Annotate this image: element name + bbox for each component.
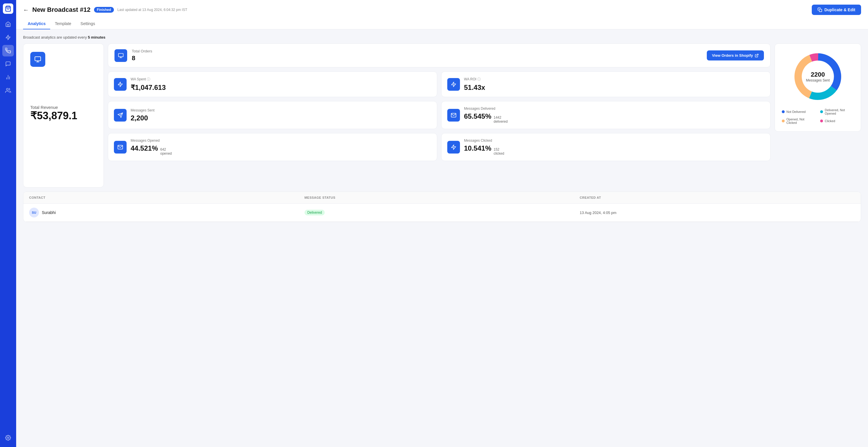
legend-label-delivered-not-opened: Delivered, Not Opened bbox=[825, 108, 854, 115]
svg-marker-19 bbox=[452, 145, 456, 149]
content-area: Broadcast analytics are updated every 5 … bbox=[16, 29, 868, 447]
status-cell: Delivered bbox=[305, 210, 580, 215]
messages-delivered-icon bbox=[447, 109, 460, 122]
duplicate-edit-button[interactable]: Duplicate & Edit bbox=[812, 5, 861, 15]
wa-roi-icon bbox=[447, 78, 460, 91]
legend-label-clicked: Clicked bbox=[825, 119, 835, 123]
svg-point-6 bbox=[7, 437, 9, 439]
wa-spent-info-icon[interactable]: ⓘ bbox=[147, 77, 150, 81]
status-badge: Finished bbox=[94, 7, 114, 13]
revenue-icon bbox=[30, 52, 45, 67]
donut-center-label: Messages Sent bbox=[806, 78, 830, 82]
revenue-label: Total Revenue bbox=[30, 105, 77, 110]
table-row: SU Surabhi Delivered 13 Aug 2024, 4:05 p… bbox=[23, 204, 861, 222]
legend-dot-opened-not-clicked bbox=[782, 119, 785, 123]
sidebar-item-settings[interactable] bbox=[2, 432, 14, 444]
status-badge-delivered: Delivered bbox=[305, 210, 325, 215]
table-header: Contact MESSAGE STATUS CREATED AT bbox=[23, 192, 861, 204]
messages-sent-icon bbox=[114, 109, 127, 122]
sidebar bbox=[0, 0, 16, 447]
tabs-bar: Analytics Template Settings bbox=[23, 19, 861, 29]
messages-clicked-card: Messages Clicked 10.541% 152 clicked bbox=[441, 133, 771, 161]
svg-rect-8 bbox=[35, 57, 41, 61]
middle-section: Total Orders 8 View Orders in Shopify bbox=[108, 43, 771, 161]
sidebar-item-analytics[interactable] bbox=[2, 71, 14, 83]
donut-chart: 2200 Messages Sent bbox=[792, 51, 844, 103]
last-updated: Last updated at 13 Aug 2024, 6:04:32 pm … bbox=[117, 8, 187, 12]
wa-roi-label: WA ROI bbox=[464, 77, 476, 81]
revenue-card: Total Revenue ₹53,879.1 bbox=[23, 43, 104, 187]
header: ← New Broadcast #12 Finished Last update… bbox=[16, 0, 868, 29]
revenue-value: ₹53,879.1 bbox=[30, 110, 77, 122]
legend-label-not-delivered: Not Delivered bbox=[786, 110, 806, 113]
shopify-btn-label: View Orders in Shopify bbox=[712, 53, 753, 58]
sidebar-logo bbox=[3, 3, 13, 14]
donut-center-count: 2200 bbox=[806, 71, 830, 78]
svg-rect-11 bbox=[119, 53, 123, 57]
orders-label: Total Orders bbox=[132, 49, 152, 53]
wa-spent-value: ₹1,047.613 bbox=[131, 83, 166, 92]
messages-delivered-count: 1442 delivered bbox=[494, 115, 508, 124]
wa-spent-card: WA Spent ⓘ ₹1,047.613 bbox=[108, 71, 437, 97]
main-content: ← New Broadcast #12 Finished Last update… bbox=[16, 0, 868, 447]
legend-clicked: Clicked bbox=[820, 117, 854, 125]
tab-analytics[interactable]: Analytics bbox=[23, 19, 50, 29]
sidebar-item-home[interactable] bbox=[2, 19, 14, 30]
sidebar-item-chat[interactable] bbox=[2, 58, 14, 70]
wa-roi-info-icon[interactable]: ⓘ bbox=[477, 77, 481, 81]
legend-label-opened-not-clicked: Opened, Not Clicked bbox=[786, 117, 815, 125]
contacts-table: Contact MESSAGE STATUS CREATED AT SU Sur… bbox=[23, 192, 861, 222]
messages-clicked-percent: 10.541% bbox=[464, 144, 491, 152]
messages-sent-card: Messages Sent 2,200 bbox=[108, 101, 437, 129]
svg-marker-15 bbox=[118, 82, 123, 87]
messages-sent-value: 2,200 bbox=[131, 114, 148, 122]
legend-dot-delivered-not-opened bbox=[820, 110, 823, 113]
donut-chart-card: 2200 Messages Sent Not Delivered Deliver… bbox=[775, 43, 861, 132]
messages-opened-percent: 44.521% bbox=[131, 144, 158, 152]
messages-opened-label: Messages Opened bbox=[131, 139, 172, 143]
orders-card: Total Orders 8 View Orders in Shopify bbox=[108, 43, 771, 67]
svg-point-5 bbox=[6, 89, 8, 91]
metrics-grid: WA Spent ⓘ ₹1,047.613 bbox=[108, 71, 771, 161]
back-button[interactable]: ← bbox=[23, 7, 29, 13]
orders-icon bbox=[115, 49, 127, 62]
svg-marker-1 bbox=[6, 35, 10, 40]
page-title: New Broadcast #12 bbox=[32, 6, 91, 13]
created-at-cell: 13 Aug 2024, 4:05 pm bbox=[580, 210, 855, 215]
duplicate-edit-label: Duplicate & Edit bbox=[825, 7, 855, 12]
donut-legend: Not Delivered Delivered, Not Opened Open… bbox=[782, 108, 854, 125]
view-orders-shopify-button[interactable]: View Orders in Shopify bbox=[707, 50, 764, 61]
tab-template[interactable]: Template bbox=[50, 19, 76, 29]
sidebar-item-broadcast[interactable] bbox=[2, 45, 14, 57]
messages-sent-label: Messages Sent bbox=[131, 108, 155, 112]
messages-opened-count: 642 opened bbox=[160, 147, 172, 156]
messages-clicked-icon bbox=[447, 141, 460, 153]
table-col-status: MESSAGE STATUS bbox=[305, 196, 580, 199]
legend-opened-not-clicked: Opened, Not Clicked bbox=[782, 117, 815, 125]
avatar: SU bbox=[29, 208, 39, 217]
messages-delivered-card: Messages Delivered 65.545% 1442 delivere… bbox=[441, 101, 771, 129]
messages-opened-icon bbox=[114, 141, 127, 153]
wa-roi-card: WA ROI ⓘ 51.43x bbox=[441, 71, 771, 97]
messages-clicked-count: 152 clicked bbox=[494, 147, 504, 156]
svg-rect-7 bbox=[819, 9, 822, 12]
tab-settings[interactable]: Settings bbox=[76, 19, 100, 29]
orders-value: 8 bbox=[132, 55, 152, 62]
svg-marker-16 bbox=[452, 82, 456, 87]
table-col-contact: Contact bbox=[29, 196, 305, 199]
legend-dot-not-delivered bbox=[782, 110, 785, 113]
contact-name: Surabhi bbox=[42, 210, 56, 215]
update-notice: Broadcast analytics are updated every 5 … bbox=[23, 35, 861, 39]
contact-cell: SU Surabhi bbox=[29, 208, 305, 217]
messages-opened-card: Messages Opened 44.521% 642 opened bbox=[108, 133, 437, 161]
messages-delivered-label: Messages Delivered bbox=[464, 107, 507, 111]
wa-roi-value: 51.43x bbox=[464, 83, 485, 92]
update-interval: 5 minutes bbox=[88, 35, 105, 39]
legend-delivered-not-opened: Delivered, Not Opened bbox=[820, 108, 854, 115]
sidebar-item-lightning[interactable] bbox=[2, 32, 14, 43]
sidebar-item-users[interactable] bbox=[2, 85, 14, 96]
legend-dot-clicked bbox=[820, 119, 823, 123]
messages-clicked-label: Messages Clicked bbox=[464, 139, 504, 143]
legend-not-delivered: Not Delivered bbox=[782, 108, 815, 115]
svg-line-14 bbox=[756, 54, 758, 56]
